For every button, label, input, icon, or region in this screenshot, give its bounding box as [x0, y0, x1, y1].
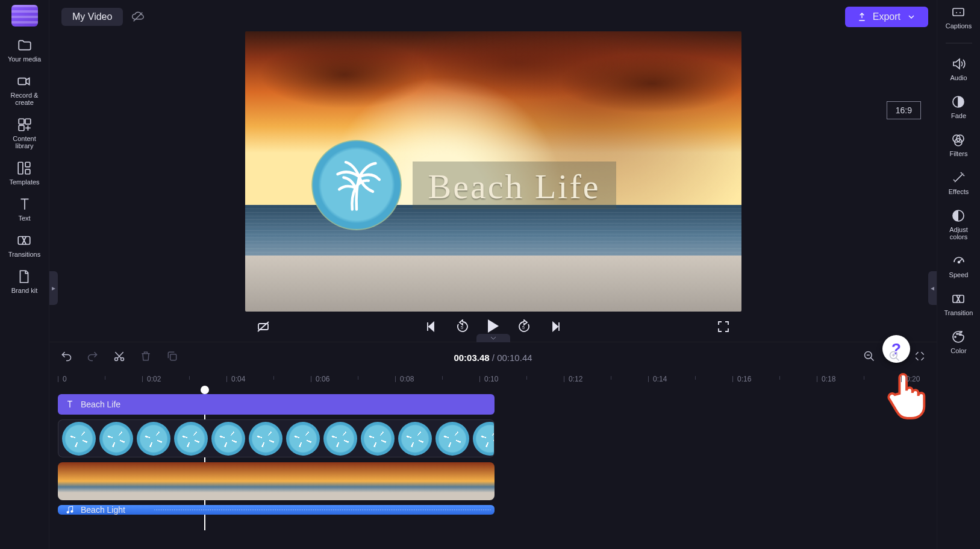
rnav-fade[interactable]: Fade [951, 95, 966, 119]
effects-icon [952, 171, 966, 185]
audio-icon [951, 57, 966, 71]
templates-icon [16, 160, 32, 176]
preview-sand [245, 256, 741, 312]
svg-rect-4 [19, 162, 23, 174]
rnav-label: Fade [951, 112, 966, 119]
rnav-filters[interactable]: Filters [950, 133, 968, 157]
camera-icon [16, 74, 32, 89]
rnav-label: Audio [950, 74, 967, 81]
palm-tree-icon [329, 158, 384, 212]
svg-text:5: 5 [522, 325, 525, 330]
speed-icon [952, 254, 966, 268]
project-title[interactable]: My Video [61, 8, 123, 26]
skip-start-icon[interactable] [423, 319, 437, 334]
rnav-color[interactable]: Color [950, 330, 966, 354]
nav-transitions[interactable]: Transitions [8, 233, 40, 258]
left-sidebar: Your media Record & create Content libra… [0, 0, 49, 549]
captions-icon [951, 5, 966, 19]
rnav-adjust-colors[interactable]: Adjust colors [949, 209, 968, 240]
nav-your-media[interactable]: Your media [8, 37, 41, 63]
image-clip[interactable] [58, 419, 495, 457]
rnav-transition[interactable]: Transition [944, 292, 973, 316]
skip-end-icon[interactable] [549, 319, 564, 334]
rnav-speed[interactable]: Speed [949, 254, 969, 278]
cloud-sync-off-icon[interactable] [131, 10, 145, 24]
cut-button[interactable] [113, 350, 125, 365]
timeline-tracks: Beach Life Beach Light [58, 394, 928, 530]
svg-point-13 [115, 358, 118, 361]
right-sidebar: Captions Audio Fade Filters Effects Adju… [937, 0, 980, 549]
nav-brand-kit[interactable]: Brand kit [11, 269, 37, 294]
svg-point-18 [67, 511, 69, 513]
transition-icon [951, 292, 966, 306]
zoom-in-button[interactable] [888, 350, 900, 365]
text-clip-label: Beach Life [81, 400, 120, 409]
svg-rect-1 [19, 119, 24, 124]
filters-icon [951, 133, 966, 147]
timecode-display: 00:03.48 / 00:10.44 [454, 353, 532, 363]
brandkit-icon [16, 269, 32, 284]
timeline-toolbar: 00:03.48 / 00:10.44 [49, 342, 937, 372]
sun-logo-icon [311, 140, 402, 230]
collapse-timeline-button[interactable] [476, 334, 510, 342]
svg-rect-6 [26, 169, 31, 174]
aspect-ratio-chip[interactable]: 16:9 [887, 101, 921, 119]
svg-point-29 [957, 333, 958, 334]
adjust-icon [951, 209, 966, 223]
time-total: 00:10.44 [497, 353, 532, 363]
music-note-icon [65, 505, 75, 515]
text-clip[interactable]: Beach Life [58, 394, 495, 415]
fullscreen-icon[interactable] [716, 319, 731, 334]
nav-content-library[interactable]: Content library [13, 117, 36, 149]
folder-icon [17, 37, 33, 53]
nav-templates[interactable]: Templates [9, 160, 39, 186]
svg-point-30 [960, 334, 961, 335]
nav-label: Your media [8, 55, 41, 63]
rnav-audio[interactable]: Audio [950, 57, 967, 81]
audio-clip-label: Beach Light [81, 505, 125, 515]
nav-record-create[interactable]: Record & create [11, 74, 39, 106]
zoom-fit-button[interactable] [914, 350, 926, 365]
svg-rect-20 [953, 8, 964, 16]
rnav-label: Transition [944, 309, 973, 316]
chevron-down-icon [907, 12, 916, 22]
color-icon [951, 330, 966, 344]
nav-label: Content library [13, 135, 36, 149]
forward-5-icon[interactable]: 5 [517, 319, 531, 334]
rnav-label: Captions [946, 22, 972, 30]
rnav-label: Color [950, 347, 966, 354]
svg-rect-15 [170, 354, 176, 360]
upload-icon [857, 12, 867, 22]
top-bar: My Video Export [49, 0, 937, 34]
nav-label: Templates [9, 178, 39, 186]
text-icon [65, 400, 75, 409]
transitions-icon [16, 233, 32, 248]
rnav-captions[interactable]: Captions [946, 5, 972, 30]
crop-off-icon[interactable] [256, 319, 270, 334]
export-label: Export [873, 11, 900, 22]
rewind-5-icon[interactable]: 5 [455, 319, 470, 334]
rnav-effects[interactable]: Effects [949, 171, 969, 195]
svg-rect-3 [19, 125, 24, 131]
fade-icon [951, 95, 966, 109]
library-icon [17, 117, 33, 133]
undo-button[interactable] [60, 350, 72, 365]
rnav-label: Filters [950, 150, 968, 157]
delete-button [140, 350, 152, 365]
svg-rect-2 [25, 119, 31, 124]
timeline-panel: 00:03.48 / 00:10.44 00:020:040:060:080:1… [49, 342, 937, 549]
svg-rect-5 [26, 162, 31, 167]
text-icon [17, 196, 33, 212]
export-button[interactable]: Export [845, 7, 928, 27]
rnav-label: Effects [949, 188, 969, 195]
audio-clip[interactable]: Beach Light [58, 505, 495, 515]
play-button[interactable] [488, 319, 499, 333]
preview-canvas[interactable]: Beach Life [245, 31, 741, 312]
expand-right-panel[interactable]: ◂ [928, 271, 937, 305]
timeline-ruler[interactable]: 00:020:040:060:080:100:120:140:160:180:2… [58, 372, 928, 394]
zoom-out-button[interactable] [863, 350, 875, 365]
nav-label: Text [18, 215, 30, 222]
rnav-label: Speed [949, 271, 969, 278]
nav-text[interactable]: Text [17, 196, 33, 222]
video-clip[interactable] [58, 462, 495, 500]
